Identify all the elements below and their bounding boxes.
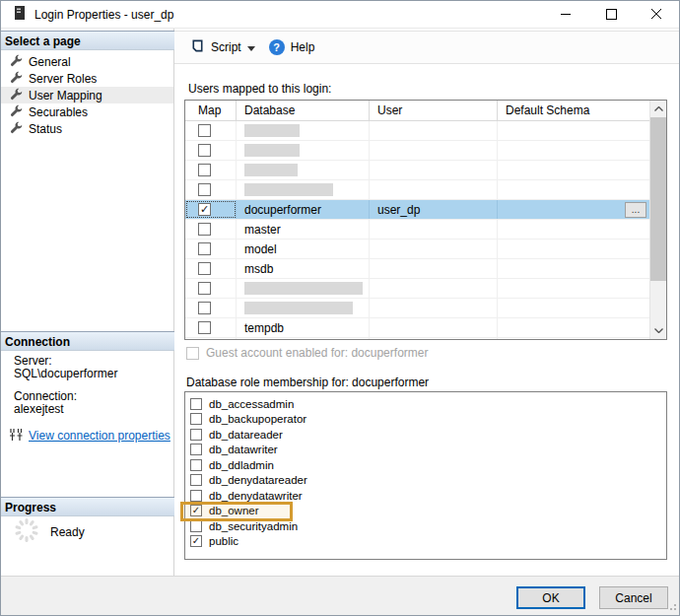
table-row[interactable]: msdb xyxy=(185,259,649,279)
column-header-map: Map xyxy=(185,101,237,120)
column-header-database: Database xyxy=(237,101,370,120)
role-checkbox[interactable]: ✓ xyxy=(190,505,202,516)
role-checkbox[interactable] xyxy=(190,459,202,471)
map-checkbox[interactable] xyxy=(198,321,211,334)
help-button[interactable]: ? Help xyxy=(262,35,322,59)
resize-grip[interactable] xyxy=(667,600,677,614)
map-checkbox[interactable] xyxy=(198,144,211,157)
role-item-db_denydatareader[interactable]: db_denydatareader xyxy=(185,473,666,489)
table-row[interactable]: ✓docuperformeruser_dp... xyxy=(185,200,649,220)
sidebar-item-general[interactable]: General xyxy=(1,53,173,70)
role-checkbox[interactable] xyxy=(190,398,202,410)
browse-default-schema-button[interactable]: ... xyxy=(625,202,646,218)
database-cell: tempdb xyxy=(237,318,370,337)
role-checkbox[interactable] xyxy=(190,413,202,425)
view-connection-properties-link[interactable]: View connection properties xyxy=(29,430,170,443)
role-name: db_accessadmin xyxy=(209,398,294,410)
ok-button[interactable]: OK xyxy=(516,586,585,609)
table-row[interactable] xyxy=(185,279,649,299)
scroll-down-icon[interactable] xyxy=(650,322,666,339)
user-cell xyxy=(370,259,498,278)
table-row[interactable] xyxy=(185,180,649,200)
wrench-icon xyxy=(10,121,23,137)
role-item-db_ddladmin[interactable]: db_ddladmin xyxy=(185,457,666,473)
sidebar-item-server-roles[interactable]: Server Roles xyxy=(1,70,173,87)
redacted-database-name xyxy=(244,164,298,176)
sidebar-item-securables[interactable]: Securables xyxy=(1,103,173,120)
user-cell xyxy=(370,220,498,239)
role-checkbox[interactable] xyxy=(190,490,202,502)
role-checkbox[interactable] xyxy=(190,429,202,441)
redacted-database-name xyxy=(244,302,353,314)
redacted-database-name xyxy=(244,183,333,196)
role-item-db_datawriter[interactable]: db_datawriter xyxy=(185,443,666,458)
script-button[interactable]: Script xyxy=(183,34,262,60)
minimize-button[interactable] xyxy=(543,1,588,28)
default-schema-cell xyxy=(498,259,649,278)
sidebar-item-label: Status xyxy=(29,122,62,136)
sidebar-item-user-mapping[interactable]: User Mapping xyxy=(1,87,173,103)
map-checkbox[interactable] xyxy=(198,164,211,176)
map-checkbox[interactable] xyxy=(198,302,211,314)
close-button[interactable] xyxy=(634,1,679,28)
map-checkbox[interactable] xyxy=(198,262,211,275)
redacted-database-name xyxy=(244,124,300,137)
script-dropdown-arrow[interactable] xyxy=(247,40,255,54)
map-cell xyxy=(185,161,237,179)
scroll-up-icon[interactable] xyxy=(650,101,666,117)
footer: OK Cancel xyxy=(1,576,679,616)
sidebar-item-status[interactable]: Status xyxy=(1,120,173,137)
map-cell xyxy=(185,141,237,160)
wrench-icon xyxy=(10,71,23,87)
table-row[interactable] xyxy=(185,338,649,340)
map-cell xyxy=(185,220,237,239)
default-schema-cell xyxy=(498,121,649,140)
role-checkbox[interactable] xyxy=(190,444,202,455)
role-checkbox[interactable] xyxy=(190,520,202,532)
column-header-user: User xyxy=(370,101,498,120)
default-schema-cell xyxy=(498,240,649,258)
table-row[interactable]: tempdb xyxy=(185,318,649,338)
table-row[interactable]: master xyxy=(185,220,649,240)
map-checkbox[interactable] xyxy=(198,124,211,137)
maximize-button[interactable] xyxy=(588,1,634,28)
database-cell: master xyxy=(237,220,370,239)
user-cell xyxy=(370,141,498,160)
map-cell xyxy=(185,338,237,340)
map-checkbox[interactable] xyxy=(198,282,211,295)
user-cell xyxy=(370,121,498,140)
login-properties-dialog: Login Properties - user_dp Select a page… xyxy=(0,0,680,616)
role-item-public[interactable]: ✓public xyxy=(185,534,666,550)
table-row[interactable] xyxy=(185,161,649,180)
map-checkbox[interactable] xyxy=(198,242,211,255)
map-checkbox[interactable]: ✓ xyxy=(198,203,211,216)
table-row[interactable] xyxy=(185,121,649,141)
role-item-db_securityadmin[interactable]: db_securityadmin xyxy=(185,518,666,534)
role-item-db_datareader[interactable]: db_datareader xyxy=(185,427,666,443)
table-scrollbar[interactable] xyxy=(649,101,666,339)
titlebar: Login Properties - user_dp xyxy=(1,1,679,29)
roles-listbox: db_accessadmindb_backupoperatordb_datare… xyxy=(184,391,667,560)
role-name: db_datawriter xyxy=(209,444,278,455)
map-checkbox[interactable] xyxy=(198,183,211,196)
role-item-db_accessadmin[interactable]: db_accessadmin xyxy=(185,396,666,412)
user-cell xyxy=(370,180,498,199)
connection-header: Connection xyxy=(1,331,174,351)
table-row[interactable] xyxy=(185,141,649,161)
left-panel: Select a page GeneralServer RolesUser Ma… xyxy=(1,29,174,576)
role-item-db_owner[interactable]: ✓db_owner xyxy=(185,504,666,519)
table-row[interactable]: model xyxy=(185,240,649,259)
role-item-db_denydatawriter[interactable]: db_denydatawriter xyxy=(185,488,666,504)
wrench-icon xyxy=(10,88,23,103)
table-row[interactable] xyxy=(185,299,649,318)
role-checkbox[interactable] xyxy=(190,474,202,486)
cancel-button[interactable]: Cancel xyxy=(599,586,668,609)
progress-header: Progress xyxy=(1,497,174,516)
sidebar-item-label: Securables xyxy=(29,105,88,119)
redacted-database-name xyxy=(244,144,300,157)
map-checkbox[interactable] xyxy=(198,223,211,236)
role-name: db_datareader xyxy=(209,429,283,441)
scrollbar-thumb[interactable] xyxy=(650,117,666,281)
role-item-db_backupoperator[interactable]: db_backupoperator xyxy=(185,412,666,428)
role-checkbox[interactable]: ✓ xyxy=(190,535,202,547)
